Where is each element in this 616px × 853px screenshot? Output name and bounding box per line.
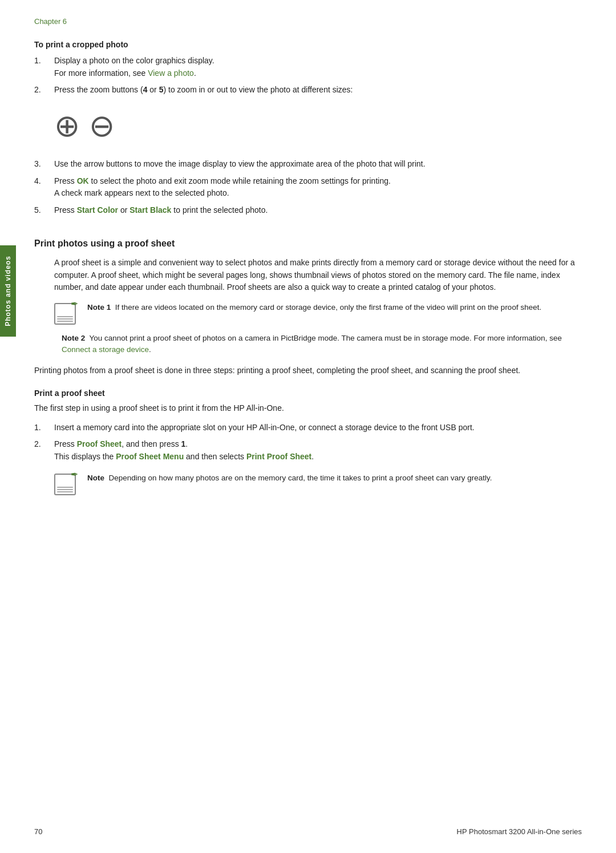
footer-page-number: 70 xyxy=(34,827,42,836)
connect-storage-link[interactable]: Connect a storage device xyxy=(62,345,149,354)
step-5-content: Press Start Color or Start Black to prin… xyxy=(54,204,582,217)
step-1-number: 1. xyxy=(34,55,54,79)
chapter-label: Chapter 6 xyxy=(34,17,582,26)
cropped-steps-list-2: 3. Use the arrow buttons to move the ima… xyxy=(34,158,582,217)
sidebar-tab-label: Photos and videos xyxy=(4,256,12,326)
page-container: Photos and videos Chapter 6 To print a c… xyxy=(0,0,616,853)
step-2-number: 2. xyxy=(34,84,54,96)
step-4: 4. Press OK to select the photo and exit… xyxy=(34,175,582,200)
key-print-proof-sheet: Print Proof Sheet xyxy=(246,452,311,461)
sidebar-tab: Photos and videos xyxy=(0,245,16,337)
zoom-out-icon: ⊖ xyxy=(89,108,119,144)
key-ok: OK xyxy=(77,176,89,185)
key-proof-sheet-menu: Proof Sheet Menu xyxy=(116,452,184,461)
proof-step-1-content: Insert a memory card into the appropriat… xyxy=(54,422,582,434)
step-4-content: Press OK to select the photo and exit zo… xyxy=(54,175,582,200)
step-3-number: 3. xyxy=(34,158,54,171)
note-pen-icon: ✒ xyxy=(71,298,78,309)
proof-summary-text: Printing photos from a proof sheet is do… xyxy=(34,365,582,377)
print-proof-sheet-heading: Print a proof sheet xyxy=(34,389,582,398)
note-3-content: Note Depending on how many photos are on… xyxy=(87,472,582,484)
proof-sheet-body: A proof sheet is a simple and convenient… xyxy=(54,257,582,294)
proof-step-2-number: 2. xyxy=(34,438,54,463)
zoom-in-icon: ⊕ xyxy=(54,108,84,144)
step-5: 5. Press Start Color or Start Black to p… xyxy=(34,204,582,217)
note-1-content: Note 1 If there are videos located on th… xyxy=(87,302,582,313)
proof-step-2-content: Press Proof Sheet, and then press 1. Thi… xyxy=(54,438,582,463)
cropped-steps-list: 1. Display a photo on the color graphics… xyxy=(34,55,582,96)
note-1-text: If there are videos located on the memor… xyxy=(115,303,541,312)
step-3: 3. Use the arrow buttons to move the ima… xyxy=(34,158,582,171)
step-2-content: Press the zoom buttons (4 or 5) to zoom … xyxy=(54,84,582,96)
key-4: 4 xyxy=(143,85,148,94)
note-1-label: Note 1 xyxy=(87,303,111,312)
key-1: 1 xyxy=(181,439,186,448)
step-2: 2. Press the zoom buttons (4 or 5) to zo… xyxy=(34,84,582,96)
page-footer: 70 HP Photosmart 3200 All-in-One series xyxy=(34,827,582,836)
zoom-icons-area: ⊕ ⊖ xyxy=(54,108,582,144)
proof-steps-list: 1. Insert a memory card into the appropr… xyxy=(34,422,582,463)
note-1-icon: ✒ xyxy=(54,303,82,325)
note-1-box: ✒ Note 1 If there are videos located on … xyxy=(54,302,582,325)
note-2-label: Note 2 xyxy=(62,334,85,342)
note-3-box: ✒ Note Depending on how many photos are … xyxy=(54,472,582,495)
cropped-photo-heading: To print a cropped photo xyxy=(34,40,582,49)
note-3-text: Depending on how many photos are on the … xyxy=(109,474,492,482)
key-start-black: Start Black xyxy=(129,205,171,215)
key-start-color: Start Color xyxy=(77,205,118,215)
note-3-pen-icon: ✒ xyxy=(71,469,78,480)
proof-sheet-heading: Print photos using a proof sheet xyxy=(34,238,582,249)
proof-step-1: 1. Insert a memory card into the appropr… xyxy=(34,422,582,434)
key-5: 5 xyxy=(159,85,164,94)
note-2-text: You cannot print a proof sheet of photos… xyxy=(62,334,562,354)
step-3-content: Use the arrow buttons to move the image … xyxy=(54,158,582,171)
step-5-number: 5. xyxy=(34,204,54,217)
note-2-box: Note 2 You cannot print a proof sheet of… xyxy=(62,333,582,356)
main-content: Chapter 6 To print a cropped photo 1. Di… xyxy=(34,0,582,539)
print-proof-sheet-body: The first step in using a proof sheet is… xyxy=(34,402,582,415)
note-3-label: Note xyxy=(87,474,104,482)
step-1-content: Display a photo on the color graphics di… xyxy=(54,55,582,79)
key-proof-sheet: Proof Sheet xyxy=(77,439,122,448)
proof-step-1-number: 1. xyxy=(34,422,54,434)
view-photo-link[interactable]: View a photo xyxy=(148,68,194,78)
proof-step-2: 2. Press Proof Sheet, and then press 1. … xyxy=(34,438,582,463)
step-1: 1. Display a photo on the color graphics… xyxy=(34,55,582,79)
note-3-icon: ✒ xyxy=(54,474,82,495)
step-4-number: 4. xyxy=(34,175,54,200)
footer-product-name: HP Photosmart 3200 All-in-One series xyxy=(457,827,582,836)
